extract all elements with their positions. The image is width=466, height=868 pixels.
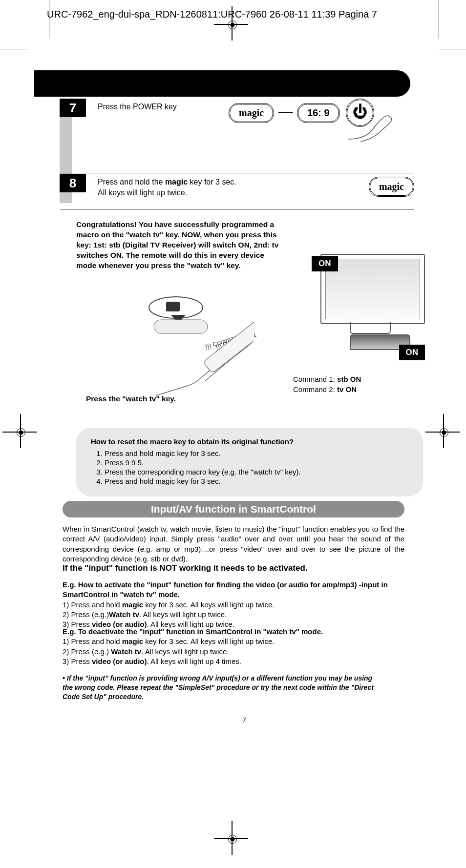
text: 1) Press and hold <box>63 600 122 609</box>
svg-rect-3 <box>203 320 254 373</box>
press-watch-tv-caption: Press the "watch tv" key. <box>86 394 176 403</box>
reset-steps-list: Press and hold magic key for 3 sec. Pres… <box>91 449 408 486</box>
deactivate-procedure: E.g. To deactivate the "input" function … <box>63 627 404 666</box>
text-bold: Watch tv <box>109 610 139 619</box>
text: 2) Press (e.g.) <box>63 647 111 656</box>
text: 1) Press and hold <box>63 637 122 645</box>
text-bold: stb ON <box>337 375 361 383</box>
step-8-text: Press and hold the magic key for 3 sec. … <box>98 174 414 199</box>
deactivate-lead: E.g. To deactivate the "input" function … <box>63 627 404 637</box>
connector-line <box>278 112 293 113</box>
text-bold: magic <box>165 178 188 186</box>
text: Command 1: <box>293 375 337 383</box>
list-item: Press and hold magic key for 3 sec. <box>105 449 408 458</box>
section-black-bar <box>34 70 410 97</box>
list-item: Press and hold magic key for 3 sec. <box>105 476 408 486</box>
magic-key-label: magic <box>229 103 274 123</box>
activate-procedure: E.g. How to activate the "input" functio… <box>63 580 404 629</box>
crop-mark <box>0 49 27 49</box>
text: . All keys will light up twice. <box>139 610 227 619</box>
text: key for 3 sec. <box>188 178 236 186</box>
crop-mark <box>49 0 49 39</box>
command-legend: Command 1: stb ON Command 2: tv ON <box>293 374 361 394</box>
activate-lead: E.g. How to activate the "input" functio… <box>63 580 404 600</box>
intro-paragraph: When in SmartControl (watch tv, watch mo… <box>63 524 404 564</box>
crop-mark <box>439 49 466 49</box>
section-heading-bar: Input/AV function in SmartControl <box>63 501 404 517</box>
tv-stand <box>350 322 391 334</box>
magic-key-label: magic <box>369 177 414 197</box>
step-8-illustration: magic <box>369 177 414 197</box>
text: Command 2: <box>293 385 337 393</box>
hand-pressing-illustration <box>346 112 404 142</box>
text: 2) Press (e.g.) <box>63 610 109 619</box>
congratulations-text: Congratulations! You have successfully p… <box>76 220 281 271</box>
step-7-row: 7 Press the POWER key magic 16: 9 <box>60 99 414 173</box>
text: . All keys will light up 4 times. <box>147 657 241 665</box>
page-number: 7 <box>242 716 246 724</box>
reset-title: How to reset the macro key to obtain its… <box>91 437 408 446</box>
text: key for 3 sec. All keys will light up tw… <box>143 600 274 609</box>
step-7-illustration: magic 16: 9 <box>229 99 414 140</box>
step-number-7: 7 <box>60 99 86 117</box>
list-item: Press 9 9 5. <box>105 458 408 467</box>
list-item: Press the corresponding macro key (e.g. … <box>105 467 408 476</box>
svg-rect-1 <box>166 302 180 311</box>
text-bold: Watch tv <box>111 647 141 656</box>
on-badge-tv: ON <box>312 256 338 271</box>
svg-rect-2 <box>154 320 208 333</box>
prepress-header: URC-7962_eng-dui-spa_RDN-1260811:URC-796… <box>47 9 377 20</box>
aspect-169-label: 16: 9 <box>297 103 340 123</box>
text-bold: magic <box>122 600 143 609</box>
registration-mark-top <box>226 19 240 34</box>
registration-mark-left <box>15 426 28 442</box>
text-bold: magic <box>122 637 143 645</box>
text: All keys will light up twice. <box>98 188 187 197</box>
reset-macro-box: How to reset the macro key to obtain its… <box>76 428 423 496</box>
step-8-row: 8 Press and hold the magic key for 3 sec… <box>60 174 414 209</box>
step-number-8: 8 <box>60 174 86 192</box>
text: . All keys will light up twice. <box>141 647 229 656</box>
activation-needed-heading: If the "input" function is NOT working i… <box>63 563 404 573</box>
remote-in-hand-illustration <box>107 293 254 400</box>
on-badge-stb: ON <box>399 345 425 360</box>
registration-mark-right <box>438 426 451 442</box>
crop-mark <box>439 0 439 39</box>
text: key for 3 sec. All keys will light up tw… <box>143 637 274 645</box>
text-bold: video (or audio) <box>92 657 147 665</box>
text-bold: tv ON <box>337 385 357 393</box>
text: 3) Press <box>63 657 92 665</box>
footnote-warning: • If the "input" function is providing w… <box>63 674 375 702</box>
text: Press and hold the <box>98 178 165 186</box>
registration-mark-bottom <box>226 833 240 848</box>
